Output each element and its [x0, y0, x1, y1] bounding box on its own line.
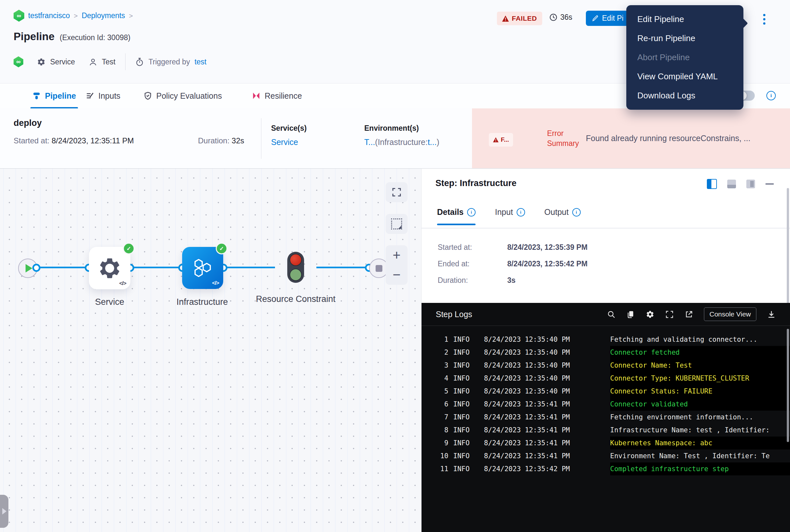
warning-icon	[493, 137, 499, 142]
code-icon: </>	[119, 280, 126, 287]
shield-check-icon	[143, 92, 152, 100]
canvas-zoom-controls: + −	[386, 245, 408, 285]
log-line: 10INFO8/24/2023 12:35:41 PMEnvironment N…	[422, 450, 790, 462]
step-details-panel: Step: Infrastructure Details i Input i O…	[421, 168, 790, 532]
success-check-icon: ✓	[123, 243, 135, 254]
tab-resilience[interactable]: Resilience	[252, 83, 302, 108]
menu-item-edit-pipeline[interactable]: Edit Pipeline	[626, 10, 744, 29]
menu-item-view-compiled-yaml[interactable]: View Compiled YAML	[626, 67, 744, 86]
execution-id: (Execution Id: 30098)	[60, 33, 131, 42]
zoom-in-button[interactable]: +	[386, 246, 408, 265]
inputs-icon	[86, 92, 94, 100]
stage-started: Started at: 8/24/2023, 12:35:11 PM	[14, 136, 134, 145]
field-value: 3s	[507, 276, 587, 285]
download-icon[interactable]	[767, 310, 776, 319]
field-value: 8/24/2023, 12:35:39 PM	[507, 243, 587, 252]
field-label: Started at:	[438, 243, 507, 252]
stage-duration: Duration: 32s	[198, 136, 244, 145]
console-view-button[interactable]: Console View	[704, 307, 756, 321]
layout-right-icon[interactable]	[707, 179, 717, 189]
trigger-user-name: Test	[102, 58, 115, 66]
breadcrumb-project-link[interactable]: testfrancisco	[28, 11, 70, 20]
marquee-select-icon	[391, 218, 402, 229]
pipeline-actions-menu: Edit PipelineRe-run PipelineAbort Pipeli…	[626, 5, 744, 110]
menu-item-download-logs[interactable]: Download Logs	[626, 86, 744, 105]
harness-module-icon: ∞	[14, 56, 23, 67]
zoom-out-button[interactable]: −	[386, 265, 408, 284]
step-logs-title: Step Logs	[436, 310, 472, 319]
layout-bottom-icon[interactable]	[727, 179, 736, 188]
tab-output[interactable]: Output i	[544, 207, 581, 225]
log-line: 3INFO8/24/2023 12:35:40 PMConnector Name…	[422, 359, 790, 372]
breadcrumb-deployments-link[interactable]: Deployments	[81, 11, 125, 20]
canvas-fullscreen-button[interactable]	[386, 182, 408, 202]
tab-input[interactable]: Input i	[495, 207, 525, 225]
tab-policy-evaluations[interactable]: Policy Evaluations	[143, 83, 222, 108]
node-label: Service	[68, 297, 152, 308]
log-line: 11INFO8/24/2023 12:35:42 PMCompleted inf…	[422, 462, 790, 475]
triggered-by-user-link[interactable]: test	[194, 58, 206, 66]
service-step-node[interactable]: ✓ </>	[89, 247, 130, 289]
log-settings-icon[interactable]	[646, 310, 654, 319]
breadcrumb-separator: >	[129, 12, 133, 20]
graph-edge	[36, 267, 89, 268]
info-icon[interactable]: i	[467, 208, 476, 216]
error-status-badge: F...	[489, 133, 513, 147]
step-panel-title: Step: Infrastructure	[436, 178, 517, 188]
play-icon	[25, 264, 32, 272]
copy-icon[interactable]	[626, 310, 635, 319]
search-icon[interactable]	[607, 310, 616, 319]
success-check-icon: ✓	[216, 243, 227, 254]
log-line: 7INFO8/24/2023 12:35:41 PMFetching envir…	[422, 411, 790, 423]
info-icon[interactable]: i	[766, 91, 776, 100]
log-line: 8INFO8/24/2023 12:35:41 PMInfrastructure…	[422, 423, 790, 437]
node-label: Resource Constraint	[254, 293, 338, 305]
error-summary-label: Error Summary	[547, 129, 586, 149]
pipeline-graph-canvas[interactable]: ✓ </> Service ✓ </> Infrastructure Resou…	[0, 168, 421, 532]
service-name: Service	[50, 58, 75, 66]
tab-pipeline[interactable]: Pipeline	[32, 83, 76, 108]
services-block: Service(s) Service	[271, 124, 307, 147]
environment-link[interactable]: T...	[364, 137, 375, 147]
more-options-button[interactable]	[759, 12, 769, 26]
minimize-panel-icon[interactable]	[766, 183, 774, 185]
open-in-new-icon[interactable]	[685, 310, 693, 319]
stage-name: deploy	[14, 118, 42, 128]
pipeline-meta-row: ∞ Service Test Triggered by test	[14, 53, 206, 71]
error-summary-message: Found already running resourceConstrains…	[586, 109, 787, 168]
log-scrollbar[interactable]	[787, 329, 789, 442]
triggered-by-label: Triggered by	[149, 58, 190, 66]
infrastructure-step-node[interactable]: ✓ </>	[182, 247, 223, 289]
canvas-select-button[interactable]	[386, 214, 408, 234]
infrastructure-link[interactable]: t...	[428, 137, 437, 147]
page-title: Pipeline	[14, 31, 55, 43]
layout-drawer-icon[interactable]	[746, 179, 755, 188]
resource-constraint-node[interactable]	[287, 252, 304, 283]
page-header: ∞ testfrancisco > Deployments > Pipeline…	[0, 0, 790, 83]
service-link[interactable]: Service	[271, 137, 307, 147]
fullscreen-icon	[391, 187, 402, 197]
panel-scrollbar[interactable]	[787, 188, 789, 318]
pipeline-icon	[32, 92, 41, 100]
error-summary-section: F... Error Summary Found already running…	[472, 109, 790, 168]
tab-details[interactable]: Details i	[437, 207, 476, 225]
app-root: ∞ testfrancisco > Deployments > Pipeline…	[0, 0, 790, 532]
title-row: Pipeline (Execution Id: 30098)	[14, 31, 130, 43]
info-icon[interactable]: i	[517, 208, 525, 216]
stopwatch-icon	[135, 58, 144, 66]
graph-edge	[130, 267, 182, 268]
divider	[422, 228, 790, 228]
services-label: Service(s)	[271, 124, 307, 133]
environments-label: Environment(s)	[364, 124, 439, 133]
step-logs-header: Step Logs Console View	[422, 303, 790, 326]
step-detail-fields: Started at: 8/24/2023, 12:35:39 PM Ended…	[438, 243, 587, 285]
log-line: 5INFO8/24/2023 12:35:40 PMConnector Stat…	[422, 385, 790, 398]
left-panel-expander[interactable]	[0, 495, 8, 528]
log-lines[interactable]: 1INFO8/24/2023 12:35:40 PMFetching and v…	[422, 325, 790, 532]
info-icon[interactable]: i	[572, 208, 581, 216]
menu-item-re-run-pipeline[interactable]: Re-run Pipeline	[626, 29, 744, 48]
expand-logs-icon[interactable]	[665, 310, 674, 319]
field-label: Ended at:	[438, 260, 507, 268]
tab-inputs[interactable]: Inputs	[86, 83, 120, 108]
edge-connector	[32, 264, 40, 272]
